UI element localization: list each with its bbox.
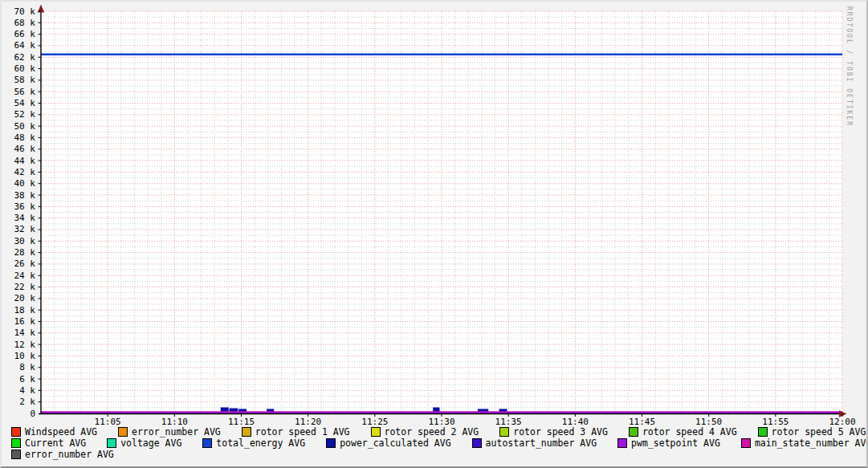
legend-swatch-icon xyxy=(11,438,21,448)
legend-swatch-icon xyxy=(371,427,381,437)
y-tick-label: 36 k xyxy=(14,201,36,212)
legend-swatch-icon xyxy=(617,438,627,448)
legend-item: rotor speed 5 AVG xyxy=(758,426,866,437)
legend-label: voltage AVG xyxy=(120,437,181,449)
y-tick-label: 18 k xyxy=(14,305,36,315)
legend-swatch-icon xyxy=(107,438,116,448)
legend-label: rotor speed 2 AVG xyxy=(385,426,479,437)
legend-item: error_number AVG xyxy=(118,426,221,437)
y-tick-label: 32 k xyxy=(14,224,36,234)
legend-item: Current AVG xyxy=(11,437,86,449)
y-tick-label: 20 k xyxy=(14,293,36,303)
legend-label: error_number AVG xyxy=(132,426,221,437)
legend-swatch-icon xyxy=(242,427,251,437)
legend-row: Windspeed AVGerror_number AVGrotor speed… xyxy=(11,426,868,437)
y-tick-label: 26 k xyxy=(14,258,36,269)
legend-swatch-icon xyxy=(11,427,21,437)
y-tick-label: 40 k xyxy=(14,178,36,189)
y-tick-label: 60 k xyxy=(14,63,36,74)
y-tick-label: 46 k xyxy=(14,144,36,154)
legend-label: Windspeed AVG xyxy=(25,426,97,437)
legend-item: total_energy AVG xyxy=(202,437,305,449)
legend-swatch-icon xyxy=(11,450,21,459)
y-tick-label: 38 k xyxy=(14,190,36,201)
legend-item: pwm_setpoint AVG xyxy=(617,437,720,449)
rrdtool-graph-image: 11:0511:1011:1511:2011:2511:3011:3511:40… xyxy=(0,0,868,468)
y-tick-label: 24 k xyxy=(14,271,36,281)
legend-item: autostart_number AVG xyxy=(472,437,597,449)
y-tick-label: 8 k xyxy=(19,362,35,372)
y-tick-label: 28 k xyxy=(14,247,36,258)
legend: Windspeed AVGerror_number AVGrotor speed… xyxy=(11,426,868,460)
legend-item: rotor speed 1 AVG xyxy=(242,426,350,437)
y-tick-label: 4 k xyxy=(19,385,35,396)
y-tick-label: 64 k xyxy=(14,40,36,51)
legend-item: voltage AVG xyxy=(107,437,181,449)
legend-swatch-icon xyxy=(326,438,336,448)
legend-item: rotor speed 2 AVG xyxy=(371,426,479,437)
y-tick-label: 16 k xyxy=(14,316,36,327)
y-tick-label: 50 k xyxy=(14,121,36,132)
legend-label: rotor speed 3 AVG xyxy=(513,426,608,437)
y-tick-label: 6 k xyxy=(19,374,35,385)
y-tick-label: 12 k xyxy=(14,340,36,350)
y-tick-label: 70 k xyxy=(14,6,36,17)
legend-swatch-icon xyxy=(472,438,482,448)
legend-row: error_number AVG xyxy=(11,449,868,460)
watermark-text: RRDTOOL / TOBI OETIKER xyxy=(846,6,853,127)
legend-label: error_number AVG xyxy=(25,449,114,460)
legend-row: Current AVGvoltage AVGtotal_energy AVGpo… xyxy=(11,437,868,449)
legend-swatch-icon xyxy=(758,427,768,437)
legend-label: rotor speed 4 AVG xyxy=(642,426,737,437)
legend-swatch-icon xyxy=(741,438,751,448)
y-tick-label: 58 k xyxy=(14,75,36,85)
legend-item: error_number AVG xyxy=(11,449,114,460)
y-tick-label: 66 k xyxy=(14,29,36,39)
y-tick-label: 10 k xyxy=(14,351,36,361)
chart-canvas: 11:0511:1011:1511:2011:2511:3011:3511:40… xyxy=(2,2,866,466)
legend-swatch-icon xyxy=(202,438,212,448)
legend-swatch-icon xyxy=(118,427,128,437)
y-tick-label: 52 k xyxy=(14,109,36,120)
y-tick-label: 48 k xyxy=(14,132,36,143)
legend-swatch-icon xyxy=(629,427,638,437)
legend-label: main_state_number AVG xyxy=(755,437,868,449)
y-tick-label: 42 k xyxy=(14,167,36,177)
legend-label: rotor speed 1 AVG xyxy=(255,426,350,437)
y-tick-label: 62 k xyxy=(14,52,36,63)
legend-label: total_energy AVG xyxy=(216,437,305,449)
y-tick-label: 54 k xyxy=(14,98,36,108)
y-tick-label: 34 k xyxy=(14,213,36,223)
legend-item: main_state_number AVG xyxy=(741,437,868,449)
legend-label: Current AVG xyxy=(25,437,86,449)
y-tick-label: 30 k xyxy=(14,236,36,246)
legend-item: rotor speed 3 AVG xyxy=(499,426,608,437)
y-tick-label: 0 xyxy=(30,409,35,419)
legend-label: rotor speed 5 AVG xyxy=(772,426,866,437)
y-tick-label: 68 k xyxy=(14,18,36,28)
y-tick-label: 56 k xyxy=(14,87,36,97)
y-tick-label: 2 k xyxy=(19,397,35,407)
y-tick-label: 44 k xyxy=(14,156,36,166)
legend-item: rotor speed 4 AVG xyxy=(629,426,737,437)
y-tick-label: 22 k xyxy=(14,282,36,292)
legend-label: autostart_number AVG xyxy=(486,437,597,449)
legend-item: Windspeed AVG xyxy=(11,426,97,437)
legend-label: power_calculated AVG xyxy=(340,437,450,449)
y-tick-label: 14 k xyxy=(14,328,36,338)
legend-label: pwm_setpoint AVG xyxy=(631,437,720,449)
legend-swatch-icon xyxy=(499,427,509,437)
legend-item: power_calculated AVG xyxy=(326,437,450,449)
